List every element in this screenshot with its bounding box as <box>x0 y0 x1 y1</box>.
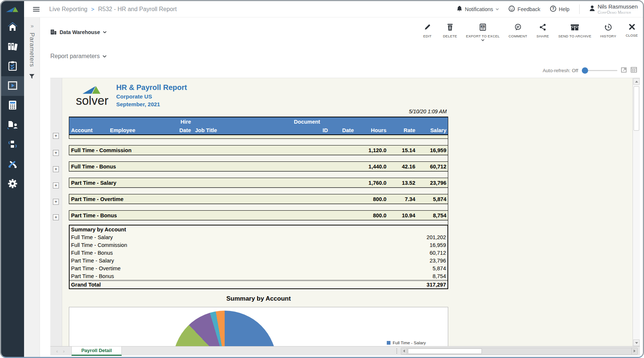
vertical-scrollbar[interactable] <box>633 78 640 346</box>
report-play-icon <box>8 81 17 91</box>
col-document-top: Document <box>258 119 356 125</box>
summary-row: Part Time - Overtime5,874 <box>70 264 447 272</box>
legend-swatch <box>387 341 390 345</box>
expand-group-button[interactable]: + <box>53 133 59 139</box>
table-row[interactable]: Full Time - Bonus 1,440.0 42.16 60,712 <box>69 161 448 171</box>
sidebar-item-settings[interactable] <box>1 174 24 194</box>
share-button[interactable]: SHARE <box>536 24 549 38</box>
sidebar-item-process[interactable] <box>1 135 24 155</box>
breadcrumb-section[interactable]: Live Reporting <box>49 6 87 13</box>
breadcrumb: Live Reporting > R532 - HR and Payroll R… <box>49 6 177 13</box>
scroll-right-button[interactable] <box>631 348 637 354</box>
comment-button[interactable]: COMMENT <box>509 24 527 38</box>
data-source-picker[interactable]: Data Warehouse <box>50 29 107 36</box>
chevron-down-icon <box>103 31 107 33</box>
top-bar: Live Reporting > R532 - HR and Payroll R… <box>24 1 643 17</box>
expand-view-icon[interactable] <box>621 67 627 74</box>
report-parameters-label: Report parameters <box>50 53 100 60</box>
scrollbar-resize-handle[interactable] <box>396 348 398 354</box>
chart-title: Summary by Account <box>69 295 448 304</box>
bell-icon <box>457 6 462 13</box>
report-viewer: + + + + + + solver <box>50 78 640 355</box>
table-row[interactable]: Part Time - Salary 1,760.0 13.52 23,796 <box>69 178 448 188</box>
scroll-left-button[interactable] <box>401 348 407 354</box>
col-doc-date: Date <box>330 127 356 133</box>
summary-row: Part Time - Salary23,796 <box>70 257 447 264</box>
auto-refresh-control: Auto-refresh: Off <box>543 67 637 74</box>
summary-row: Part Time - Bonus8,754 <box>70 272 447 280</box>
svg-text:?: ? <box>552 7 554 11</box>
app-window: » Parameters Live Reporting > R532 - HR … <box>0 0 644 358</box>
chevron-down-icon <box>496 8 499 10</box>
user-name: Nils Rasmussen <box>598 4 638 10</box>
solver-logo: solver <box>72 85 113 106</box>
chart-legend: Full Time - Salary <box>387 341 426 345</box>
expand-group-button[interactable]: + <box>53 183 59 188</box>
feedback-button[interactable]: Feedback <box>509 6 540 13</box>
col-rate: Rate <box>389 127 417 133</box>
report-title: HR & Payroll Report <box>116 83 187 92</box>
sidebar-item-tasks[interactable] <box>1 57 24 76</box>
summary-title: Summary by Account <box>71 227 126 232</box>
feedback-label: Feedback <box>517 6 540 12</box>
grid-view-icon[interactable] <box>631 67 637 74</box>
send-to-archive-button[interactable]: SEND TO ARCHIVE <box>558 24 591 38</box>
auto-refresh-slider[interactable] <box>582 70 617 71</box>
sheet-tab-payroll-detail[interactable]: Payroll Detail <box>71 347 122 356</box>
summary-row: Full Time - Bonus60,712 <box>70 249 447 257</box>
user-menu[interactable]: Nils Rasmussen CorpDemo Master <box>589 4 638 14</box>
scroll-down-button[interactable] <box>633 339 640 346</box>
topbar-divider <box>579 4 580 14</box>
slider-knob[interactable] <box>582 67 588 74</box>
edit-button[interactable]: EDIT <box>421 24 434 38</box>
col-job-title: Job Title <box>193 127 258 133</box>
table-row[interactable]: Full Time - Commission 1,120.0 15.14 16,… <box>69 145 448 155</box>
report-entity: Corporate US <box>116 93 187 100</box>
horizontal-scrollbar[interactable] <box>401 348 638 355</box>
expand-group-button[interactable]: + <box>53 166 59 172</box>
report-parameters-toggle[interactable]: Report parameters <box>50 53 107 60</box>
hamburger-menu-icon[interactable] <box>33 6 40 13</box>
report-actions: EDIT DELETE X l EXPORT TO EXCEL COMMENT <box>421 24 638 41</box>
home-icon <box>7 22 18 33</box>
auto-refresh-label: Auto-refresh: Off <box>543 68 578 73</box>
sidebar-item-collaboration[interactable] <box>1 116 24 135</box>
horizontal-scroll-thumb[interactable] <box>408 348 482 354</box>
expand-group-button[interactable]: + <box>53 199 59 205</box>
trash-icon <box>447 24 453 32</box>
sidebar-item-home[interactable] <box>1 17 24 37</box>
history-button[interactable]: HISTORY <box>600 24 616 38</box>
main-content: Data Warehouse EDIT DELETE X l EXPORT TO… <box>40 17 643 357</box>
expand-group-button[interactable]: + <box>53 150 59 156</box>
sheet-prev-icon[interactable]: ‹ <box>56 348 58 354</box>
parameters-rail-label[interactable]: Parameters <box>28 33 36 67</box>
sidebar-item-live-reporting[interactable] <box>1 76 24 96</box>
clipboard-icon <box>8 61 17 72</box>
breadcrumb-page: R532 - HR and Payroll Report <box>98 6 177 13</box>
col-salary: Salary <box>417 127 449 133</box>
help-button[interactable]: ? Help <box>550 6 570 13</box>
filter-icon[interactable] <box>29 74 35 81</box>
report-page: solver HR & Payroll Report Corporate US … <box>62 78 633 346</box>
delete-button[interactable]: DELETE <box>443 24 457 38</box>
export-to-excel-button[interactable]: X l EXPORT TO EXCEL <box>466 24 500 41</box>
document-person-icon <box>7 120 18 131</box>
scroll-up-button[interactable] <box>633 78 640 85</box>
summary-row: Full Time - Commission16,959 <box>70 241 447 249</box>
sidebar-item-calculator[interactable] <box>1 96 24 116</box>
expand-group-button[interactable]: + <box>53 214 59 220</box>
vertical-scroll-thumb[interactable] <box>634 86 639 131</box>
sheet-next-icon[interactable]: › <box>63 348 64 354</box>
table-header: Hire Document Account Employee Date Job … <box>69 117 448 135</box>
sidebar-item-archive[interactable] <box>1 37 24 57</box>
table-row[interactable]: Part Time - Bonus 800.0 10.94 8,754 <box>69 210 448 220</box>
table-row[interactable]: Part Time - Overtime 800.0 7.34 5,874 <box>69 194 448 204</box>
expand-rail-icon[interactable]: » <box>31 23 33 29</box>
close-icon <box>629 24 635 31</box>
sidebar-item-admin-tools[interactable] <box>1 155 24 174</box>
notifications-button[interactable]: Notifications <box>457 6 499 13</box>
user-avatar-icon <box>589 5 595 13</box>
comment-icon <box>514 24 521 32</box>
close-button[interactable]: CLOSE <box>625 24 638 37</box>
warehouse-icon <box>50 29 57 36</box>
